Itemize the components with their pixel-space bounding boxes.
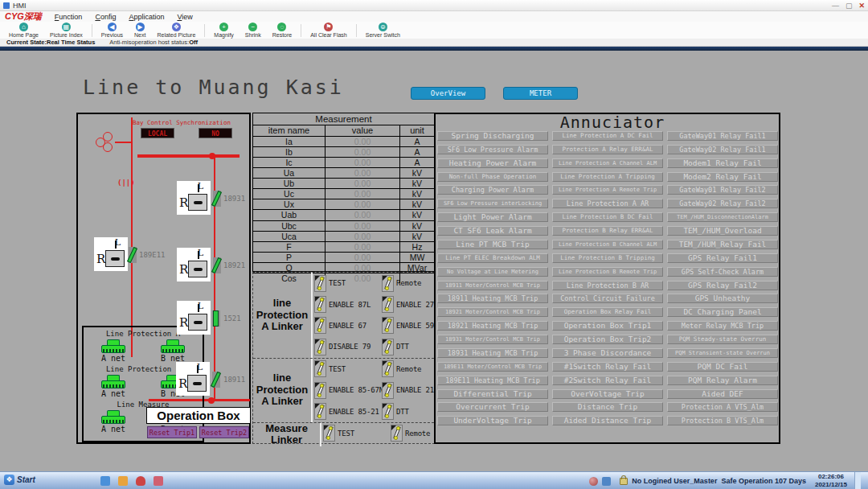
- disconnector-state-icon[interactable]: [213, 257, 221, 273]
- linker-switch-label: Remote: [396, 279, 421, 287]
- disconnector-state-icon[interactable]: [213, 191, 221, 207]
- knife-switch-icon: [314, 360, 326, 377]
- d1: [320, 384, 324, 388]
- measurement-item-name: Uc: [253, 189, 326, 199]
- toolbar-separator: [204, 24, 205, 37]
- disconnector-state-icon[interactable]: [212, 310, 220, 327]
- xc: [103, 142, 113, 152]
- connector-line: [115, 142, 132, 143]
- measurement-value: 0.00: [326, 147, 400, 157]
- menu-application[interactable]: Application: [129, 13, 164, 21]
- linker-switch-label: Remote: [396, 365, 421, 373]
- reset-trip1-button[interactable]: Reset Trip1: [147, 426, 197, 438]
- breaker-1521[interactable]: LR: [177, 301, 211, 335]
- linker-switch-test[interactable]: TEST: [313, 275, 380, 292]
- restore-button[interactable]: ◌Restore: [267, 23, 298, 39]
- reset-trip2-button[interactable]: Reset Trip2: [199, 426, 249, 438]
- linker-row: TESTRemote: [321, 423, 434, 444]
- toolbar-button-label: Server Switch: [366, 32, 400, 38]
- all-clear-flash-button[interactable]: ⚑All Clear Flash: [305, 23, 353, 39]
- linker-switch-remote[interactable]: Remote: [380, 360, 434, 377]
- measurement-row: Ia0.00A: [253, 137, 434, 147]
- magnify-button[interactable]: +Magnify: [208, 23, 240, 39]
- disconnector-state-icon[interactable]: [129, 247, 137, 263]
- annunciator-tile: Aided DEF: [667, 389, 778, 399]
- linker-switch-test[interactable]: TEST: [313, 360, 380, 377]
- breaker-18911[interactable]: LR: [176, 362, 210, 396]
- breaker-189E11[interactable]: LR: [94, 237, 128, 271]
- menu-config[interactable]: Config: [95, 13, 116, 21]
- server-switch-button[interactable]: ⊜Server Switch: [360, 23, 406, 39]
- annunciator-tile: Charging Power Alarm: [437, 185, 548, 195]
- picture-index-button[interactable]: ▦Picture Index: [44, 23, 88, 39]
- menu-view[interactable]: View: [177, 13, 192, 21]
- measurement-item-name: Ib: [253, 147, 326, 157]
- previous-button[interactable]: ◀Previous: [96, 23, 129, 39]
- toolbar-button-label: Home Page: [9, 32, 39, 38]
- measurement-unit: kV: [400, 210, 434, 220]
- annunciator-tile: Line Protection B Remote Trip: [552, 267, 663, 277]
- quick-launch-bar: [100, 476, 163, 486]
- measurement-row: P0.00MW: [253, 253, 434, 263]
- knife-switch-icon: [314, 317, 326, 334]
- linker-row: ENABLE 87LENABLE 27: [313, 294, 434, 314]
- annunciator-tile: Modem1 Relay Fail: [667, 158, 778, 168]
- measurement-item-name: F: [253, 242, 326, 252]
- maximize-button[interactable]: ▢: [845, 2, 853, 10]
- linker-switch-remote[interactable]: Remote: [380, 275, 434, 292]
- single-line-diagram-panel: Bay Control Synchronization LOCAL NO (||…: [76, 113, 251, 444]
- linker-switch-enable-21[interactable]: ENABLE 21: [380, 382, 434, 399]
- close-button[interactable]: ✕: [858, 2, 865, 10]
- tray-app-icon-2[interactable]: [602, 477, 611, 486]
- measurement-body: Ia0.00AIb0.00AIc0.00AUa0.00kVUb0.00kVUc0…: [253, 137, 434, 283]
- linker-switch-remote[interactable]: Remote: [389, 425, 434, 442]
- breaker-18931[interactable]: LR: [177, 181, 211, 215]
- quicklaunch-icon-4[interactable]: [154, 476, 163, 486]
- shrink-button[interactable]: −Shrink: [240, 23, 267, 39]
- quicklaunch-icon-2[interactable]: [118, 476, 128, 486]
- knife-switch-icon: [382, 296, 394, 313]
- knife-switch-icon: [391, 425, 403, 442]
- linker-switch-enable-87l[interactable]: ENABLE 87L: [313, 296, 380, 313]
- annunciator-tile: 189E11 Moter/Control MCB Trip: [437, 362, 548, 372]
- linker-switch-enable-27[interactable]: ENABLE 27: [380, 296, 434, 313]
- measurement-item-name: Ua: [253, 168, 326, 178]
- disconnector-state-icon[interactable]: [212, 372, 220, 388]
- linker-switch-dtt[interactable]: DTT: [380, 403, 434, 420]
- linker-switch-enable-85-67n[interactable]: ENABLE 85-67N: [313, 382, 380, 399]
- bar: [213, 310, 219, 327]
- annunciator-tile: Protection B VTS_Alm: [667, 416, 778, 425]
- linker-switch-enable-59[interactable]: ENABLE 59: [380, 317, 434, 334]
- bkr-pill: [111, 257, 120, 261]
- linker-switch-enable-67[interactable]: ENABLE 67: [313, 317, 380, 334]
- related-picture-button[interactable]: ❖Related Picture: [151, 23, 201, 39]
- minimize-button[interactable]: —: [832, 2, 839, 10]
- overview-button[interactable]: OverView: [411, 87, 485, 100]
- knife-switch-icon: [382, 360, 394, 377]
- breaker-label: 18931: [223, 195, 245, 203]
- show-desktop-button[interactable]: [854, 472, 861, 489]
- measurement-value: 0.00: [326, 210, 400, 220]
- network-port: B net: [161, 339, 185, 363]
- quicklaunch-icon-1[interactable]: [100, 476, 110, 486]
- linker-switch-disable-79[interactable]: DISABLE 79: [313, 339, 380, 355]
- measurement-item-name: Uca: [253, 232, 326, 241]
- restore-icon: ◌: [277, 23, 286, 31]
- linker-switch-test[interactable]: TEST: [321, 425, 389, 442]
- meter-button[interactable]: METER: [503, 87, 578, 100]
- breaker-label: 1521: [223, 314, 241, 323]
- linker-switch-dtt[interactable]: DTT: [380, 339, 434, 355]
- breaker-18921[interactable]: LR: [177, 248, 211, 281]
- next-button[interactable]: ▶Next: [129, 23, 151, 39]
- linker-switch-enable-85-21[interactable]: ENABLE 85-21: [313, 403, 380, 420]
- start-button[interactable]: ❖ Start: [4, 475, 35, 485]
- menu-function[interactable]: Function: [55, 13, 83, 21]
- linker-section: line Protection A LinkerTESTRemoteENABLE…: [253, 359, 434, 423]
- safe-operation-text: Safe Operation 107 Days: [721, 477, 806, 485]
- tray-app-icon-1[interactable]: [589, 477, 598, 486]
- linker-switch-label: DTT: [396, 343, 409, 351]
- quicklaunch-icon-3[interactable]: [136, 476, 145, 486]
- home-button[interactable]: ⌂Home Page: [3, 23, 44, 39]
- measurement-value: 0.00: [326, 242, 400, 252]
- linker-row: TESTRemote: [313, 273, 434, 294]
